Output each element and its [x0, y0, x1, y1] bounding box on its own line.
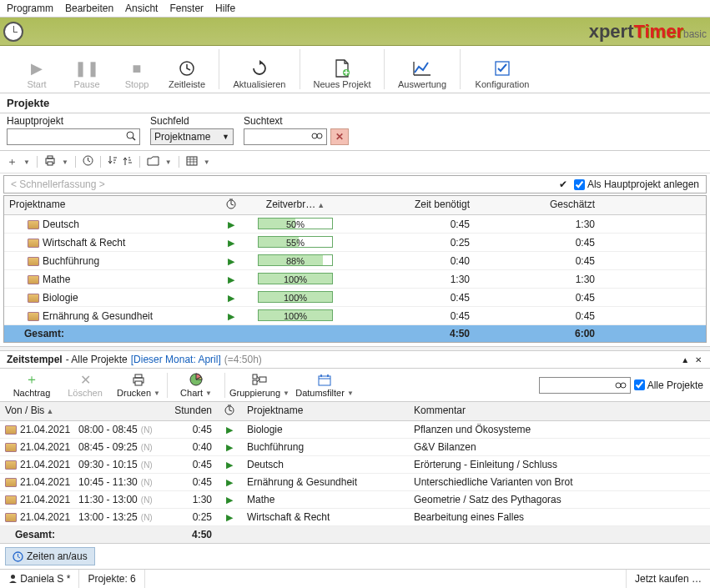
play-icon[interactable]: ▶: [228, 238, 234, 248]
book-icon: [5, 513, 17, 522]
aktualisieren-button[interactable]: Aktualisieren: [228, 49, 291, 89]
project-row[interactable]: Buchführung ▶ 88% 0:40 0:45: [4, 252, 706, 270]
play-icon[interactable]: ▶: [226, 512, 233, 522]
ts-month[interactable]: [Dieser Monat: April]: [131, 354, 221, 365]
buy-button[interactable]: Jetzt kaufen …: [626, 570, 710, 588]
confirm-icon[interactable]: ✔: [559, 178, 567, 190]
timestamp-row[interactable]: 21.04.2021 11:30 - 13:00(N) 1:30 ▶ Mathe…: [0, 491, 710, 509]
chart-button[interactable]: Chart▼: [171, 372, 221, 398]
stop-button[interactable]: ■ Stopp: [113, 49, 160, 89]
menu-hilfe[interactable]: Hilfe: [215, 3, 235, 14]
menu-fenster[interactable]: Fenster: [169, 3, 204, 14]
hauptprojekt-checkbox[interactable]: Als Hauptprojekt anlegen: [574, 178, 699, 190]
zeitleiste-button[interactable]: Zeitleiste: [164, 49, 210, 89]
alle-projekte-checkbox[interactable]: Alle Projekte: [634, 379, 703, 391]
play-icon[interactable]: ▶: [228, 256, 234, 266]
geschaetzt-cell: 0:45: [475, 289, 600, 306]
col-geschaetzt[interactable]: Geschätzt: [475, 196, 600, 214]
menu-ansicht[interactable]: Ansicht: [125, 3, 158, 14]
chevron-down-icon: ▼: [154, 389, 160, 397]
start-button[interactable]: ▶ Start: [13, 49, 60, 89]
chevron-down-icon[interactable]: ▼: [62, 158, 68, 166]
menu-bearbeiten[interactable]: Bearbeiten: [65, 3, 113, 14]
grid-icon[interactable]: [186, 156, 198, 168]
folder-icon[interactable]: [147, 156, 159, 168]
datumsfilter-label: Datumsfilter: [295, 388, 345, 398]
nachtrag-button[interactable]: ＋ Nachtrag: [7, 372, 57, 398]
alle-projekte-checkbox-input[interactable]: [634, 379, 645, 390]
timestamp-row[interactable]: 21.04.2021 13:00 - 13:25(N) 0:25 ▶ Wirts…: [0, 509, 710, 526]
play-icon[interactable]: ▶: [228, 219, 234, 229]
brand-timer: Timer: [633, 21, 683, 42]
ts-panel-controls[interactable]: ▲ ✕: [681, 355, 703, 364]
project-row[interactable]: Biologie ▶ 100% 0:45 0:45: [4, 289, 706, 307]
print-icon[interactable]: [44, 155, 56, 168]
clock-small-icon[interactable]: [83, 155, 93, 168]
col-von-bis[interactable]: Von / Bis▲: [0, 402, 167, 420]
clear-search-button[interactable]: ✕: [330, 128, 349, 145]
col-projektname-ts[interactable]: Projektname: [242, 402, 409, 420]
projektname-cell: Mathe: [242, 491, 409, 508]
binoculars-icon: [615, 381, 627, 389]
book-icon: [28, 257, 39, 266]
ts-search-input[interactable]: [539, 377, 631, 394]
col-zeitverbraucht[interactable]: Zeitverbr…▲: [241, 196, 350, 214]
menu-programm[interactable]: Programm: [7, 3, 53, 14]
zeiten-toggle-button[interactable]: Zeiten an/aus: [5, 547, 95, 565]
col-stopwatch[interactable]: [221, 196, 241, 214]
zeit-benoetigt-cell: 0:25: [350, 234, 475, 251]
suchfeld-select[interactable]: Projektname ▼: [150, 128, 234, 145]
play-icon[interactable]: ▶: [226, 442, 233, 452]
suchfeld-label: Suchfeld: [150, 115, 234, 127]
sort-up-icon[interactable]: [123, 155, 133, 168]
kommentar-cell: Geometrie / Satz des Pythagoras: [409, 491, 710, 508]
project-row[interactable]: Mathe ▶ 100% 1:30 1:30: [4, 270, 706, 289]
progress-cell: 100%: [241, 289, 350, 306]
stunden-cell: 1:30: [167, 491, 217, 508]
play-icon[interactable]: ▶: [226, 460, 233, 470]
add-icon[interactable]: ＋: [7, 154, 18, 169]
play-icon[interactable]: ▶: [228, 311, 234, 321]
neues-projekt-button[interactable]: Neues Projekt: [309, 49, 375, 89]
konfiguration-button[interactable]: Konfiguration: [469, 49, 536, 89]
play-icon[interactable]: ▶: [226, 425, 233, 435]
chevron-down-icon[interactable]: ▼: [23, 158, 30, 166]
timestamp-row[interactable]: 21.04.2021 08:00 - 08:45(N) 0:45 ▶ Biolo…: [0, 421, 710, 439]
search-icon[interactable]: [126, 131, 136, 143]
loeschen-button[interactable]: ✕ Löschen: [60, 372, 110, 398]
play-icon[interactable]: ▶: [228, 274, 234, 284]
play-icon[interactable]: ▶: [226, 495, 233, 505]
chevron-down-icon: ▼: [347, 389, 354, 397]
project-row[interactable]: Wirtschaft & Recht ▶ 55% 0:25 0:45: [4, 234, 706, 252]
quick-entry-input[interactable]: < Schnellerfassung >: [11, 178, 552, 190]
progress-cell: 50%: [241, 215, 350, 233]
col-kommentar[interactable]: Kommentar: [409, 402, 710, 420]
auswertung-button[interactable]: Auswertung: [393, 49, 451, 89]
binoculars-icon[interactable]: [311, 131, 323, 143]
pause-button[interactable]: ❚❚ Pause: [63, 49, 110, 89]
play-icon[interactable]: ▶: [228, 293, 234, 303]
chevron-down-icon[interactable]: ▼: [204, 158, 210, 166]
sort-down-icon[interactable]: [108, 155, 118, 168]
sort-asc-icon: ▲: [46, 407, 53, 415]
timestamp-row[interactable]: 21.04.2021 08:45 - 09:25(N) 0:40 ▶ Buchf…: [0, 439, 710, 456]
timestamp-row[interactable]: 21.04.2021 10:45 - 11:30(N) 0:45 ▶ Ernäh…: [0, 474, 710, 491]
col-stunden[interactable]: Stunden: [167, 402, 217, 420]
project-row[interactable]: Deutsch ▶ 50% 0:45 1:30: [4, 215, 706, 234]
chevron-down-icon[interactable]: ▼: [165, 158, 172, 166]
play-icon[interactable]: ▶: [226, 477, 233, 487]
suchtext-input[interactable]: [244, 128, 327, 145]
hauptprojekt-checkbox-input[interactable]: [574, 179, 585, 190]
timestamp-row[interactable]: 21.04.2021 09:30 - 10:15(N) 0:45 ▶ Deuts…: [0, 456, 710, 474]
book-icon: [28, 220, 39, 229]
project-row[interactable]: Ernährung & Gesundheit ▶ 100% 0:45 0:45: [4, 307, 706, 325]
datumsfilter-button[interactable]: Datumsfilter▼: [294, 372, 355, 398]
ts-title: Zeitstempel: [7, 354, 63, 365]
col-stopwatch-ts[interactable]: [217, 402, 242, 420]
col-zeit-benoetigt[interactable]: Zeit benötigt: [350, 196, 475, 214]
pause-icon: ❚❚: [78, 59, 96, 78]
gruppierung-button[interactable]: Gruppierung▼: [229, 372, 290, 398]
col-projektname[interactable]: Projektname: [4, 196, 221, 214]
drucken-button[interactable]: Drucken▼: [113, 372, 164, 398]
hauptprojekt-input[interactable]: [7, 128, 140, 145]
